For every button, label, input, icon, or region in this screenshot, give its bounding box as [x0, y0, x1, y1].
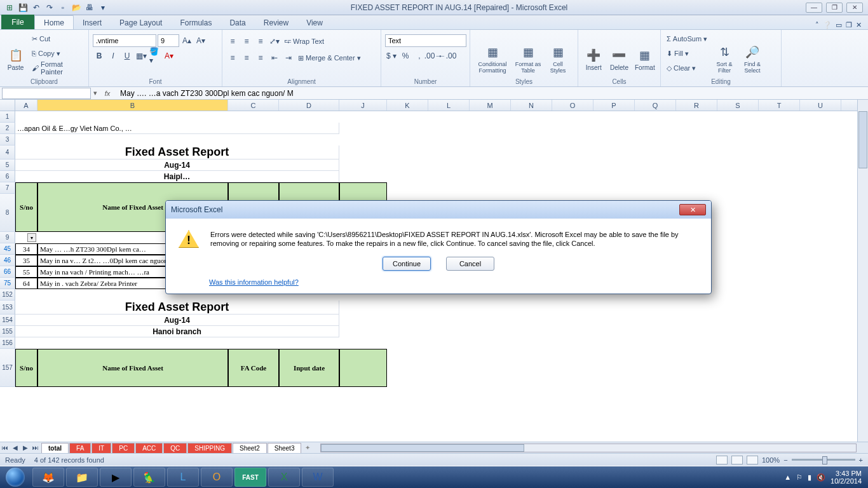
align-top-icon[interactable]: ≡ — [226, 35, 239, 48]
tray-up-icon[interactable]: ▲ — [784, 473, 791, 481]
font-size-dropdown[interactable]: 9 — [158, 34, 179, 47]
sheet-tab-shipping[interactable]: SHIPPING — [187, 443, 232, 453]
row-header-8[interactable]: 8 — [0, 194, 15, 232]
cell-hdr-sno-1[interactable]: S/no — [15, 182, 37, 232]
cell-a46[interactable]: 35 — [15, 255, 37, 266]
col-header-M[interactable]: M — [470, 100, 511, 111]
dialog-close-button[interactable]: ✕ — [679, 204, 706, 215]
zoom-in-icon[interactable]: + — [859, 456, 863, 464]
task-outlook[interactable]: O — [201, 468, 233, 487]
horizontal-scrollbar[interactable] — [320, 444, 857, 452]
cell-a45[interactable]: 34 — [15, 243, 37, 255]
row-header-4[interactable]: 4 — [0, 146, 15, 159]
cell-hdr-sno-2[interactable]: S/no — [15, 349, 37, 387]
col-header-S[interactable]: S — [717, 100, 759, 111]
cell-branch-2[interactable]: Hanoi branch — [15, 326, 339, 337]
task-explorer[interactable]: 📁 — [66, 468, 98, 487]
row-header-5[interactable]: 5 — [0, 159, 15, 171]
cut-button[interactable]: ✂Cut — [30, 32, 85, 46]
dec-decimal-icon[interactable]: ←.00 — [441, 50, 454, 62]
align-bottom-icon[interactable]: ≡ — [254, 35, 267, 48]
col-header-U[interactable]: U — [800, 100, 841, 111]
clear-button[interactable]: ◇Clear ▾ — [665, 61, 709, 75]
orientation-icon[interactable]: ⤢▾ — [268, 35, 281, 48]
cell-hdr-j-2[interactable] — [339, 349, 387, 387]
cell-hdr-input-2[interactable]: Input date — [279, 349, 339, 387]
col-header-O[interactable]: O — [552, 100, 593, 111]
fx-icon[interactable]: fx — [100, 90, 115, 97]
sheet-tab-sheet3[interactable]: Sheet3 — [268, 443, 302, 453]
cell-report-title-1[interactable]: Fixed Asset Report — [15, 146, 339, 159]
task-fast[interactable]: FAST — [234, 468, 266, 487]
task-excel[interactable]: X — [268, 468, 300, 487]
tray-flag-icon[interactable]: ⚐ — [796, 473, 803, 482]
format-painter-button[interactable]: 🖌Format Painter — [30, 61, 85, 75]
cell-a66[interactable]: 55 — [15, 266, 37, 278]
tab-nav-last[interactable]: ⏭ — [31, 443, 41, 453]
sheet-tab-qc[interactable]: QC — [163, 443, 187, 453]
print-icon[interactable]: 🖶 — [84, 2, 95, 13]
col-header-L[interactable]: L — [428, 100, 470, 111]
task-app1[interactable]: 🦜 — [133, 468, 165, 487]
scroll-thumb[interactable] — [858, 111, 867, 168]
copy-button[interactable]: ⎘Copy ▾ — [30, 46, 85, 60]
ribbon-opts-icon[interactable]: ▭ — [836, 21, 842, 29]
row-header-7[interactable]: 7 — [0, 182, 15, 194]
cell-month-2[interactable]: Aug-14 — [15, 315, 339, 326]
new-sheet-icon[interactable]: ✦ — [301, 444, 314, 451]
align-middle-icon[interactable]: ≡ — [240, 35, 253, 48]
cell-company[interactable]: …apan Oil & E…gy Viet Nam Co., … — [15, 123, 339, 134]
formula-input[interactable]: May …. …a vach ZT230 300Dpl kem cac nguo… — [115, 89, 868, 98]
font-color-button[interactable]: A▾ — [163, 50, 175, 62]
row-header-156[interactable]: 156 — [0, 337, 15, 349]
filter-icon[interactable]: ▾ — [27, 233, 36, 242]
tab-review[interactable]: Review — [255, 16, 297, 29]
tab-data[interactable]: Data — [220, 16, 254, 29]
underline-button[interactable]: U — [121, 50, 133, 62]
file-tab[interactable]: File — [1, 15, 34, 29]
cell-hdr-facode-2[interactable]: FA Code — [228, 349, 279, 387]
start-button[interactable] — [0, 466, 31, 488]
qat-more-icon[interactable]: ▾ — [97, 2, 109, 13]
open-icon[interactable]: 📂 — [71, 2, 82, 13]
tab-nav-next[interactable]: ▶ — [20, 443, 31, 453]
cancel-button[interactable]: Cancel — [446, 257, 494, 271]
tab-nav-first[interactable]: ⏮ — [0, 443, 10, 453]
tray-network-icon[interactable]: ▮ — [808, 473, 811, 482]
col-header-C[interactable]: C — [228, 100, 279, 111]
bold-button[interactable]: B — [93, 50, 105, 62]
col-header-A[interactable]: A — [15, 100, 37, 111]
grow-font-icon[interactable]: A▴ — [180, 34, 193, 47]
view-break-icon[interactable] — [747, 456, 758, 464]
row-header-153[interactable]: 153 — [0, 301, 15, 315]
number-format-dropdown[interactable]: Text — [385, 34, 466, 47]
help-link[interactable]: Was this information helpful? — [209, 278, 299, 286]
tray-volume-icon[interactable]: 🔇 — [817, 473, 825, 482]
app-restore-icon[interactable]: ❐ — [846, 21, 852, 29]
cell-hdr-name-2[interactable]: Name of Fixed Asset — [37, 349, 228, 387]
row-header-6[interactable]: 6 — [0, 171, 15, 182]
tab-home[interactable]: Home — [34, 15, 74, 29]
fill-button[interactable]: ⬇Fill ▾ — [665, 46, 709, 60]
row-header-75[interactable]: 75 — [0, 278, 15, 289]
task-lync[interactable]: L — [167, 468, 199, 487]
tab-view[interactable]: View — [297, 16, 332, 29]
redo-icon[interactable]: ↷ — [44, 2, 55, 13]
align-right-icon[interactable]: ≡ — [254, 51, 267, 64]
col-header-R[interactable]: R — [676, 100, 717, 111]
row-header-155[interactable]: 155 — [0, 326, 15, 337]
col-header-B[interactable]: B — [37, 100, 228, 111]
zoom-slider[interactable] — [792, 459, 855, 461]
cell-month-1[interactable]: Aug-14 — [15, 159, 339, 171]
indent-inc-icon[interactable]: ⇥ — [282, 51, 295, 64]
indent-dec-icon[interactable]: ⇤ — [268, 51, 281, 64]
row-header-2[interactable]: 2 — [0, 123, 15, 134]
view-layout-icon[interactable] — [731, 456, 743, 464]
tab-page-layout[interactable]: Page Layout — [111, 16, 171, 29]
zoom-out-icon[interactable]: − — [783, 456, 787, 464]
help-icon[interactable]: ❔ — [823, 21, 832, 29]
close-button[interactable]: ✕ — [846, 3, 863, 13]
new-icon[interactable]: ▫ — [57, 2, 69, 13]
restore-button[interactable]: ❐ — [826, 3, 843, 13]
row-header-1[interactable]: 1 — [0, 111, 15, 123]
